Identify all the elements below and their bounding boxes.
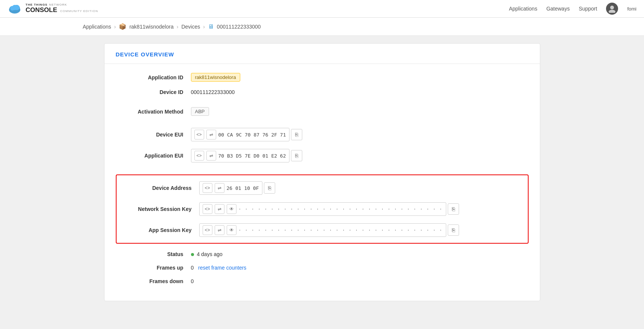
device-eui-swap-btn[interactable]: ⇌ <box>206 130 216 139</box>
device-overview-card: DEVICE OVERVIEW Application ID rak811wis… <box>104 43 540 301</box>
breadcrumb-app-name[interactable]: rak811wisnodelora <box>129 24 174 30</box>
nsk-copy-btn[interactable]: ⎘ <box>448 203 459 215</box>
activation-method-label: Activation Method <box>116 109 191 115</box>
activation-method-value: ABP <box>191 107 209 116</box>
device-eui-box: <> ⇌ 00 CA 9C 70 87 76 2F 71 <box>191 128 289 141</box>
nav-gateways[interactable]: Gateways <box>546 6 570 12</box>
device-address-group: <> ⇌ 26 01 10 0F ⎘ <box>199 181 275 195</box>
card-title: DEVICE OVERVIEW <box>116 51 529 58</box>
logo-cloud-icon <box>8 2 22 16</box>
application-eui-code-btn[interactable]: <> <box>194 151 204 161</box>
frames-up-value: 0 reset frame counters <box>191 265 247 271</box>
device-eui-label: Device EUI <box>116 132 191 138</box>
nav-support[interactable]: Support <box>579 6 597 12</box>
logo-console: CONSOLE <box>26 7 57 14</box>
frames-down-label: Frames down <box>116 278 191 284</box>
ask-eye-btn[interactable]: 👁 <box>227 225 236 235</box>
navbar: THE THINGS NETWORK CONSOLE COMMUNITY EDI… <box>0 0 644 18</box>
nsk-code-btn[interactable]: <> <box>203 204 212 214</box>
svg-point-6 <box>610 6 614 9</box>
app-session-key-box: <> ⇌ 👁 · · · · · · · · · · · · · · · · ·… <box>199 223 446 237</box>
logo-edition: COMMUNITY EDITION <box>60 10 98 13</box>
app-session-key-group: <> ⇌ 👁 · · · · · · · · · · · · · · · · ·… <box>199 223 459 237</box>
frames-up-count: 0 <box>191 265 194 271</box>
application-eui-swap-btn[interactable]: ⇌ <box>206 151 216 161</box>
device-address-swap-btn[interactable]: ⇌ <box>215 183 224 193</box>
application-eui-display: 70 B3 D5 7E D0 01 E2 62 <box>218 153 286 159</box>
status-text: 4 days ago <box>197 251 223 257</box>
device-icon: 🖥 <box>208 23 214 30</box>
application-eui-box: <> ⇌ 70 B3 D5 7E D0 01 E2 62 <box>191 149 289 162</box>
app-session-key-value: <> ⇌ 👁 · · · · · · · · · · · · · · · · ·… <box>199 223 459 237</box>
navbar-left: THE THINGS NETWORK CONSOLE COMMUNITY EDI… <box>8 2 98 16</box>
abp-keys-highlight-box: Device Address <> ⇌ 26 01 10 0F ⎘ <box>116 174 529 244</box>
device-address-box: <> ⇌ 26 01 10 0F <box>199 181 262 195</box>
device-eui-row: Device EUI <> ⇌ 00 CA 9C 70 87 76 2F 71 … <box>116 128 529 141</box>
breadcrumb-sep-1: › <box>114 24 116 30</box>
breadcrumb-sep-2: › <box>177 24 179 30</box>
user-avatar[interactable] <box>606 3 618 15</box>
device-eui-value: <> ⇌ 00 CA 9C 70 87 76 2F 71 ⎘ <box>191 128 302 141</box>
card-body: Application ID rak811wisnodelora Device … <box>105 64 540 301</box>
device-id-label: Device ID <box>116 89 191 95</box>
card-header: DEVICE OVERVIEW <box>105 44 540 64</box>
device-address-label: Device Address <box>124 185 199 191</box>
username-label: fomi <box>627 6 636 12</box>
logo-text: THE THINGS NETWORK CONSOLE COMMUNITY EDI… <box>26 3 98 14</box>
device-address-row: Device Address <> ⇌ 26 01 10 0F ⎘ <box>124 181 520 195</box>
network-session-key-group: <> ⇌ 👁 · · · · · · · · · · · · · · · · ·… <box>199 202 459 216</box>
reset-frame-counters-link[interactable]: reset frame counters <box>198 265 246 271</box>
breadcrumb-device-id: 000111222333000 <box>217 24 261 30</box>
svg-point-7 <box>609 10 615 13</box>
frames-down-value: 0 <box>191 278 194 284</box>
application-eui-row: Application EUI <> ⇌ 70 B3 D5 7E D0 01 E… <box>116 149 529 162</box>
nsk-swap-btn[interactable]: ⇌ <box>215 204 224 214</box>
ask-display: · · · · · · · · · · · · · · · · · · · · … <box>239 228 443 233</box>
device-address-code-btn[interactable]: <> <box>203 183 212 193</box>
application-eui-value: <> ⇌ 70 B3 D5 7E D0 01 E2 62 ⎘ <box>191 149 302 162</box>
frames-down-row: Frames down 0 <box>116 278 529 284</box>
frames-up-label: Frames up <box>116 265 191 271</box>
svg-point-4 <box>10 6 15 11</box>
status-row: Status 4 days ago <box>116 251 529 257</box>
network-session-key-box: <> ⇌ 👁 · · · · · · · · · · · · · · · · ·… <box>199 202 446 216</box>
app-session-key-label: App Session Key <box>124 227 199 233</box>
breadcrumb-sep-3: › <box>203 24 205 30</box>
status-label: Status <box>116 251 191 257</box>
app-icon: 📦 <box>119 23 126 30</box>
device-address-display: 26 01 10 0F <box>227 185 259 191</box>
network-session-key-label: Network Session Key <box>124 206 199 212</box>
status-value: 4 days ago <box>191 251 223 257</box>
application-id-value: rak811wisnodelora <box>191 73 240 82</box>
device-eui-copy-btn[interactable]: ⎘ <box>291 129 302 140</box>
application-id-row: Application ID rak811wisnodelora <box>116 73 529 82</box>
ask-copy-btn[interactable]: ⎘ <box>448 224 459 236</box>
device-eui-display: 00 CA 9C 70 87 76 2F 71 <box>218 132 286 138</box>
ask-swap-btn[interactable]: ⇌ <box>215 225 224 235</box>
network-session-key-row: Network Session Key <> ⇌ 👁 · · · · · · ·… <box>124 202 520 216</box>
application-eui-group: <> ⇌ 70 B3 D5 7E D0 01 E2 62 ⎘ <box>191 149 302 162</box>
network-session-key-value: <> ⇌ 👁 · · · · · · · · · · · · · · · · ·… <box>199 202 459 216</box>
device-address-value: <> ⇌ 26 01 10 0F ⎘ <box>199 181 275 195</box>
activation-method-row: Activation Method ABP <box>116 107 529 116</box>
app-session-key-row: App Session Key <> ⇌ 👁 · · · · · · · · ·… <box>124 223 520 237</box>
device-address-copy-btn[interactable]: ⎘ <box>264 182 275 194</box>
breadcrumb-applications[interactable]: Applications <box>83 24 111 30</box>
application-id-label: Application ID <box>116 74 191 80</box>
nsk-eye-btn[interactable]: 👁 <box>227 204 236 214</box>
main-content: DEVICE OVERVIEW Application ID rak811wis… <box>63 36 582 309</box>
navbar-right: Applications Gateways Support fomi <box>509 3 636 15</box>
breadcrumb: Applications › 📦 rak811wisnodelora › Dev… <box>0 18 644 36</box>
nsk-display: · · · · · · · · · · · · · · · · · · · · … <box>239 207 443 212</box>
device-id-value: 000111222333000 <box>191 89 235 95</box>
frames-up-row: Frames up 0 reset frame counters <box>116 265 529 271</box>
svg-point-5 <box>14 5 20 10</box>
application-id-badge[interactable]: rak811wisnodelora <box>191 73 240 82</box>
activation-method-badge: ABP <box>191 107 209 116</box>
breadcrumb-devices: Devices <box>181 24 200 30</box>
device-id-row: Device ID 000111222333000 <box>116 89 529 95</box>
application-eui-copy-btn[interactable]: ⎘ <box>291 150 302 161</box>
ask-code-btn[interactable]: <> <box>203 225 212 235</box>
device-eui-code-btn[interactable]: <> <box>194 130 204 139</box>
nav-applications[interactable]: Applications <box>509 6 538 12</box>
